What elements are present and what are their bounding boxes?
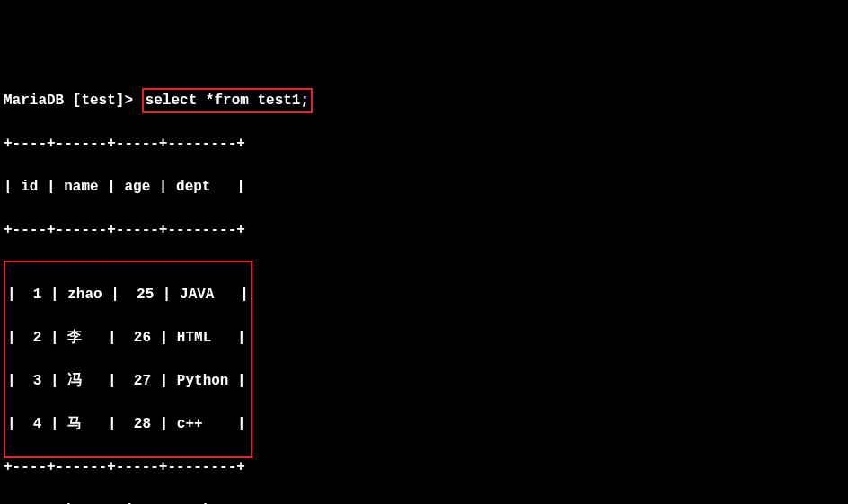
table-row: | 4 | 马 | 28 | c++ | (7, 413, 249, 435)
cmd-line-1: MariaDB [test]> select *from test1; (4, 90, 844, 111)
table-sep-1c: +----+------+-----+--------+ (4, 456, 844, 478)
status-1: 4 rows in set (0.00 sec) (4, 500, 844, 504)
rows-highlight-1: | 1 | zhao | 25 | JAVA | | 2 | 李 | 26 | … (4, 261, 252, 458)
table-sep-1b: +----+------+-----+--------+ (4, 219, 844, 241)
table-header-1: | id | name | age | dept | (4, 176, 844, 198)
table-row: | 2 | 李 | 26 | HTML | (7, 327, 249, 349)
table-row: | 1 | zhao | 25 | JAVA | (7, 284, 249, 305)
table-sep-1a: +----+------+-----+--------+ (4, 133, 844, 155)
cmd-1: select *from test1; (146, 93, 309, 109)
cmd-highlight-1: select *from test1; (142, 88, 313, 113)
prompt-1: MariaDB [test]> (4, 93, 142, 109)
table-row: | 3 | 冯 | 27 | Python | (7, 370, 249, 392)
